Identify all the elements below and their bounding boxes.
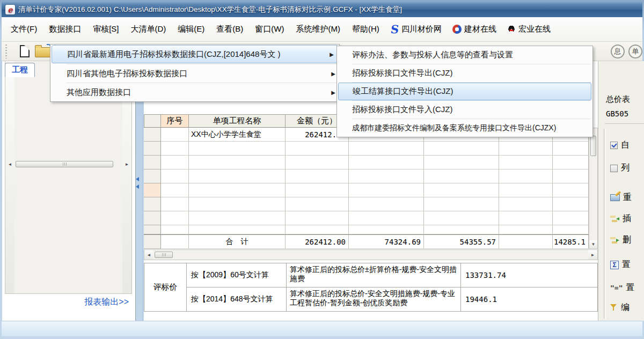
menu-view[interactable]: 查看(B) bbox=[210, 21, 249, 38]
checkbox-unchecked-icon[interactable] bbox=[610, 165, 618, 172]
table-cell[interactable] bbox=[553, 211, 589, 225]
column-checkbox[interactable]: 列 bbox=[610, 163, 630, 174]
corner-header-cell[interactable] bbox=[144, 114, 161, 128]
menu-window[interactable]: 窗口(W) bbox=[249, 21, 290, 38]
hongye-online-link[interactable]: 宏业在线 bbox=[502, 24, 556, 34]
filter-edit-button[interactable]: 编 bbox=[610, 302, 630, 313]
menu-big-list[interactable]: 大清单(D) bbox=[125, 21, 172, 38]
row-header-cell[interactable] bbox=[144, 211, 161, 225]
table-cell[interactable] bbox=[286, 211, 349, 225]
row-header-cell[interactable] bbox=[144, 128, 161, 142]
table-cell[interactable] bbox=[286, 156, 349, 170]
submenu-item-bid-export[interactable]: 招标投标接口文件导出(CJZ) bbox=[337, 64, 592, 82]
table-cell[interactable] bbox=[424, 225, 499, 234]
table-cell[interactable] bbox=[189, 170, 286, 183]
sum-set-button[interactable]: Σ 置 bbox=[610, 259, 631, 270]
submenu-item-settlement-export[interactable]: 竣工结算接口文件导出(CJZ) bbox=[338, 83, 591, 100]
table-cell[interactable] bbox=[553, 183, 589, 197]
table-cell[interactable] bbox=[499, 170, 553, 183]
table-cell[interactable] bbox=[553, 156, 589, 170]
row-header-cell[interactable] bbox=[144, 156, 161, 170]
table-cell[interactable] bbox=[424, 142, 499, 156]
table-cell[interactable] bbox=[499, 156, 553, 170]
table-cell[interactable] bbox=[553, 225, 589, 234]
submenu-item-evaluation-settings[interactable]: 评标办法、参数与投标人信息等的查看与设置 bbox=[337, 46, 592, 64]
building-material-online-link[interactable]: 建材在线 bbox=[447, 24, 502, 34]
list-circle-button[interactable]: 单 bbox=[628, 45, 642, 58]
table-cell[interactable] bbox=[161, 156, 189, 170]
submenu-item-chengdu-export[interactable]: 成都市建委招标文件编制及备案系统专用接口文件导出(CJZX) bbox=[337, 119, 592, 137]
open-file-button[interactable] bbox=[35, 47, 50, 57]
delete-button[interactable]: 删 bbox=[610, 234, 631, 246]
table-cell[interactable] bbox=[161, 197, 189, 211]
table-cell[interactable] bbox=[349, 183, 424, 197]
row-header-cell[interactable] bbox=[144, 225, 161, 234]
table-cell[interactable] bbox=[424, 197, 499, 211]
table-cell[interactable] bbox=[286, 197, 349, 211]
table-cell[interactable] bbox=[349, 225, 424, 234]
table-cell[interactable] bbox=[161, 142, 189, 156]
menu-audit[interactable]: 审核[S] bbox=[87, 21, 125, 38]
table-cell[interactable] bbox=[499, 183, 553, 197]
table-cell[interactable] bbox=[349, 156, 424, 170]
equals-set-button[interactable]: "=" 置 bbox=[610, 282, 634, 293]
report-output-link[interactable]: 报表输出>> bbox=[84, 297, 129, 308]
table-cell[interactable] bbox=[161, 225, 189, 234]
table-cell[interactable] bbox=[349, 197, 424, 211]
table-cell[interactable] bbox=[286, 183, 349, 197]
menu-help[interactable]: 帮助(H) bbox=[346, 21, 385, 38]
table-cell[interactable] bbox=[553, 142, 589, 156]
table-cell[interactable] bbox=[189, 211, 286, 225]
info-circle-button[interactable]: 息 bbox=[611, 45, 625, 58]
project-name-cell[interactable]: XX中心小学学生食堂 bbox=[189, 128, 286, 142]
table-cell[interactable] bbox=[161, 211, 189, 225]
new-file-button[interactable] bbox=[20, 45, 30, 57]
table-cell[interactable] bbox=[499, 211, 553, 225]
table-cell[interactable] bbox=[189, 183, 286, 197]
table-cell[interactable] bbox=[286, 142, 349, 156]
table-cell[interactable] bbox=[189, 225, 286, 234]
table-cell[interactable] bbox=[286, 225, 349, 234]
row-header-cell[interactable] bbox=[144, 170, 161, 183]
table-cell[interactable] bbox=[349, 211, 424, 225]
menu-item-other-sichuan-interface[interactable]: 四川省其他电子招标投标数据接口 ▶ bbox=[50, 64, 339, 83]
table-cell[interactable] bbox=[424, 211, 499, 225]
row-header-cell[interactable] bbox=[144, 142, 161, 156]
scrollbar-thumb[interactable] bbox=[16, 161, 113, 167]
table-cell[interactable] bbox=[553, 197, 589, 211]
table-cell[interactable] bbox=[499, 225, 553, 234]
table-cell[interactable] bbox=[553, 170, 589, 183]
scroll-down-icon[interactable]: ▼ bbox=[589, 240, 597, 248]
menu-data-interface[interactable]: 数据接口 bbox=[43, 21, 87, 38]
table-horizontal-scrollbar[interactable]: ◄ ► bbox=[144, 249, 598, 260]
tab-project[interactable]: 工程 bbox=[5, 63, 35, 77]
sichuan-material-price-link[interactable]: S 四川材价网 bbox=[385, 24, 447, 35]
scrollbar-thumb[interactable] bbox=[590, 136, 596, 156]
collapse-left-icon[interactable] bbox=[136, 177, 139, 181]
table-cell[interactable] bbox=[424, 183, 499, 197]
scroll-right-icon[interactable]: ► bbox=[588, 250, 597, 260]
table-cell[interactable] bbox=[424, 156, 499, 170]
menu-maintenance[interactable]: 系统维护(M) bbox=[290, 21, 346, 38]
collapse-left-icon[interactable] bbox=[136, 185, 139, 189]
recalculate-button[interactable]: 重 bbox=[610, 192, 632, 203]
table-cell[interactable] bbox=[286, 170, 349, 183]
table-cell[interactable] bbox=[424, 170, 499, 183]
table-cell[interactable] bbox=[349, 142, 424, 156]
menu-file[interactable]: 文件(F) bbox=[5, 21, 43, 38]
row-header-cell-highlighted[interactable] bbox=[144, 183, 161, 197]
checkbox-checked-icon[interactable] bbox=[610, 142, 618, 149]
auto-checkbox[interactable]: 自 bbox=[610, 139, 630, 151]
table-cell[interactable] bbox=[161, 128, 189, 142]
row-header-cell[interactable] bbox=[144, 197, 161, 211]
table-cell[interactable] bbox=[189, 142, 286, 156]
submenu-item-bid-import[interactable]: 招标投标接口文件导入(CJZ) bbox=[337, 101, 592, 119]
table-cell[interactable] bbox=[189, 156, 286, 170]
table-vertical-scrollbar[interactable]: ▼ bbox=[589, 128, 598, 249]
column-header-xuhao[interactable]: 序号 bbox=[161, 114, 189, 128]
scrollbar-thumb[interactable] bbox=[155, 252, 173, 258]
table-cell[interactable] bbox=[349, 170, 424, 183]
menu-item-other-app-interface[interactable]: 其他应用数据接口 ▶ bbox=[50, 83, 339, 101]
insert-button[interactable]: 插 bbox=[610, 213, 631, 224]
table-cell[interactable] bbox=[161, 170, 189, 183]
